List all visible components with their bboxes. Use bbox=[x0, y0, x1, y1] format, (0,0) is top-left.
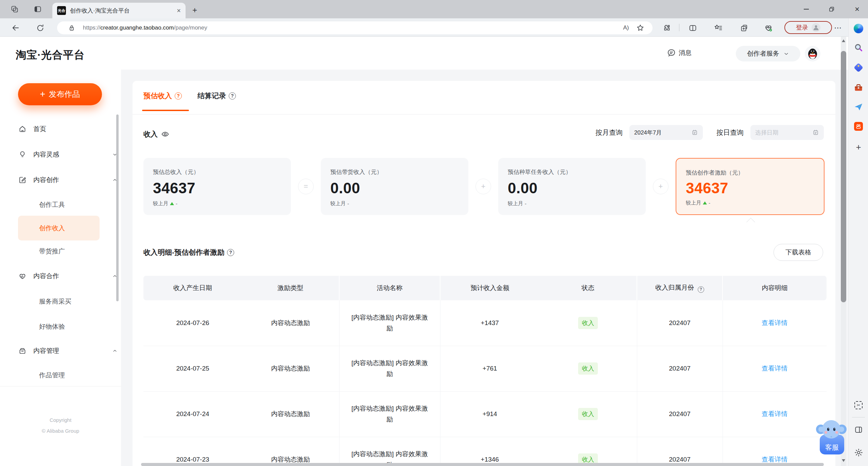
tab-close-icon[interactable]: × bbox=[177, 7, 181, 15]
sidebar-item-home[interactable]: 首页 bbox=[18, 125, 46, 133]
profile-avatar-icon bbox=[812, 23, 820, 32]
publish-label: 发布作品 bbox=[49, 89, 80, 100]
refresh-icon[interactable] bbox=[35, 23, 45, 33]
toolbar-divider bbox=[679, 24, 679, 31]
messages-label: 消息 bbox=[679, 49, 692, 57]
horizontal-scrollbar[interactable] bbox=[141, 463, 824, 466]
trend-up-icon bbox=[170, 202, 174, 205]
messages-button[interactable]: 消息 bbox=[667, 48, 692, 57]
shopping-tag-icon[interactable] bbox=[853, 62, 864, 73]
split-screen-icon[interactable] bbox=[688, 23, 697, 32]
copyright-line2: © Alibaba Group bbox=[0, 428, 121, 434]
extensions-icon[interactable] bbox=[662, 23, 671, 32]
site-favicon: 光合 bbox=[57, 6, 66, 15]
help-icon[interactable]: ? bbox=[229, 92, 236, 100]
sidebar-bottom-divider bbox=[0, 386, 121, 387]
browser-toolbar: https://creator.guanghe.taobao.com/page/… bbox=[0, 18, 848, 37]
collections-icon[interactable] bbox=[740, 23, 748, 32]
toolbox-icon[interactable] bbox=[853, 83, 864, 93]
paper-plane-icon[interactable] bbox=[853, 102, 864, 112]
sidebar-item-goods-trial[interactable]: 好物体验 bbox=[39, 322, 65, 331]
browser-window: 光合 创作收入·淘宝光合平台 × + × https://creato bbox=[0, 0, 868, 466]
workspaces-icon[interactable] bbox=[10, 5, 19, 14]
browser-tabstrip: 光合 创作收入·淘宝光合平台 × + × bbox=[0, 0, 868, 18]
window-minimize-button[interactable] bbox=[798, 0, 814, 18]
close-icon: × bbox=[855, 4, 860, 14]
sidebar-scrollbar[interactable] bbox=[116, 114, 119, 301]
sidebar-item-cooperation[interactable]: 内容合作 bbox=[18, 272, 59, 281]
sidebar-item-promotion[interactable]: 带货推广 bbox=[39, 247, 65, 256]
sidebar-item-income-active[interactable]: 创作收入 bbox=[18, 216, 100, 240]
eye-icon[interactable] bbox=[161, 130, 169, 138]
plus-icon: + bbox=[40, 90, 46, 99]
sidebar-item-service-buy[interactable]: 服务商采买 bbox=[39, 297, 71, 306]
publish-button[interactable]: + 发布作品 bbox=[18, 83, 102, 105]
date-filters: 按月查询 2024年7月 按日查询 选择日期 bbox=[595, 125, 824, 140]
sidebar-item-inspiration[interactable]: 内容灵感 bbox=[18, 150, 59, 159]
tab-title: 创作收入·淘宝光合平台 bbox=[70, 7, 174, 15]
login-button[interactable]: 登录 bbox=[784, 21, 832, 34]
operator-plus: + bbox=[475, 179, 491, 194]
col-status: 状态 bbox=[539, 276, 637, 300]
calendar-icon bbox=[691, 129, 698, 136]
sidebar-item-works[interactable]: 作品管理 bbox=[39, 371, 65, 380]
status-badge: 收入 bbox=[578, 317, 598, 329]
creator-service-menu[interactable]: 创作者服务 bbox=[736, 46, 800, 61]
selected-card-caret bbox=[746, 218, 755, 226]
stat-card-task-income[interactable]: 预估种草任务收入（元） 0.00 较上月 - bbox=[498, 158, 646, 215]
sidebar-panel-icon[interactable] bbox=[853, 425, 864, 435]
help-icon[interactable]: ? bbox=[698, 286, 704, 293]
status-badge: 收入 bbox=[578, 362, 598, 375]
window-restore-button[interactable] bbox=[824, 0, 839, 18]
view-detail-link[interactable]: 查看详情 bbox=[762, 410, 787, 417]
search-icon[interactable] bbox=[853, 42, 864, 53]
month-picker-input[interactable]: 2024年7月 bbox=[629, 125, 703, 140]
view-detail-link[interactable]: 查看详情 bbox=[762, 319, 787, 326]
tab-actions-icon[interactable] bbox=[33, 5, 42, 14]
support-label: 客服 bbox=[820, 443, 844, 452]
scroll-down-arrow[interactable] bbox=[842, 459, 845, 462]
col-month: 收入归属月份 ? bbox=[637, 276, 723, 300]
kuaishou-icon[interactable] bbox=[853, 121, 864, 131]
sidebar-item-tools[interactable]: 创作工具 bbox=[39, 200, 65, 209]
tab-settlement-record[interactable]: 结算记录 ? bbox=[197, 91, 236, 101]
detail-section-title: 收入明细-预估创作者激励 ? bbox=[143, 248, 234, 257]
view-detail-link[interactable]: 查看详情 bbox=[762, 365, 787, 372]
scroll-up-arrow[interactable] bbox=[842, 39, 845, 42]
favorite-star-icon[interactable] bbox=[633, 24, 648, 32]
add-sidebar-item-icon[interactable]: + bbox=[853, 142, 864, 152]
browser-essentials-icon[interactable] bbox=[764, 23, 773, 32]
edit-doc-icon bbox=[18, 176, 27, 184]
back-icon[interactable] bbox=[11, 23, 20, 33]
vertical-scrollbar-thumb[interactable] bbox=[841, 51, 846, 302]
screenshot-tool-icon[interactable]: ✂ bbox=[853, 400, 864, 410]
favorites-hub-icon[interactable] bbox=[714, 23, 723, 32]
copilot-icon[interactable] bbox=[853, 23, 864, 34]
view-detail-link[interactable]: 查看详情 bbox=[762, 456, 787, 463]
gear-icon[interactable] bbox=[853, 447, 864, 458]
help-icon[interactable]: ? bbox=[175, 92, 182, 100]
new-tab-button[interactable]: + bbox=[192, 6, 197, 14]
stat-card-sales-income[interactable]: 预估带货收入（元） 0.00 较上月 - bbox=[321, 158, 468, 215]
user-avatar[interactable] bbox=[805, 46, 820, 61]
stat-card-creator-incentive[interactable]: 预估创作者激励（元） 34637 较上月 - bbox=[676, 158, 824, 215]
window-close-button[interactable]: × bbox=[849, 0, 865, 18]
help-icon[interactable]: ? bbox=[227, 249, 234, 256]
edge-sidebar: + ✂ bbox=[848, 18, 868, 466]
col-date: 收入产生日期 bbox=[143, 276, 242, 300]
creator-service-label: 创作者服务 bbox=[747, 49, 779, 58]
stat-card-total-income[interactable]: 预估总收入（元） 34637 较上月 - bbox=[143, 158, 291, 215]
heart-hand-icon bbox=[18, 272, 27, 280]
customer-support-widget[interactable]: 客服 bbox=[816, 416, 847, 455]
browser-tab-active[interactable]: 光合 创作收入·淘宝光合平台 × bbox=[52, 3, 186, 18]
read-aloud-icon[interactable]: A) bbox=[619, 24, 633, 31]
day-picker-input[interactable]: 选择日期 bbox=[750, 125, 824, 140]
lock-icon[interactable] bbox=[68, 24, 75, 32]
address-bar[interactable]: https://creator.guanghe.taobao.com/page/… bbox=[57, 21, 653, 34]
sidebar-item-creation[interactable]: 内容创作 bbox=[18, 176, 59, 184]
download-table-button[interactable]: 下载表格 bbox=[774, 244, 823, 261]
tab-estimated-income[interactable]: 预估收入 ? bbox=[143, 91, 182, 101]
url-text: https://creator.guanghe.taobao.com/page/… bbox=[83, 24, 207, 31]
settings-more-icon[interactable]: ⋯ bbox=[833, 23, 842, 32]
sidebar-item-management[interactable]: 内容管理 bbox=[18, 346, 59, 355]
